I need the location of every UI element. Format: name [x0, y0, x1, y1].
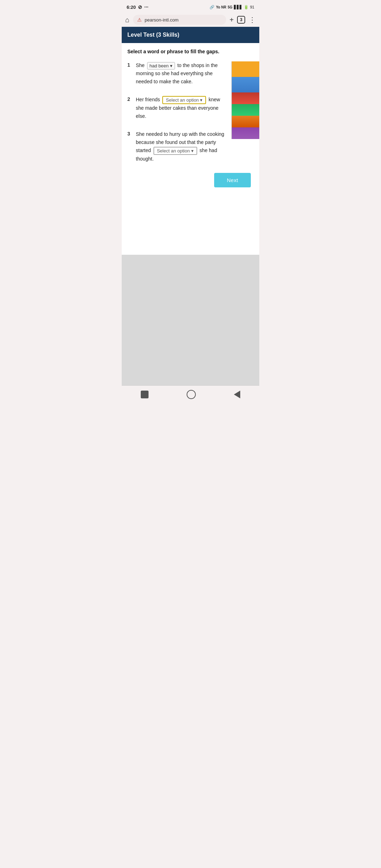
q1-dropdown[interactable]: had been ▾ has been was went [147, 62, 175, 70]
home-button[interactable]: ⌂ [125, 16, 129, 24]
q2-text-before: Her friends [136, 97, 161, 102]
time-display: 6:20 [127, 5, 136, 10]
questions-area: 1 She had been ▾ has been was went to th… [127, 61, 254, 163]
block-icon: ⊘ [138, 4, 142, 10]
browser-bar: ⌂ ⚠ pearson-intl.com + 3 ⋮ [122, 13, 259, 27]
warning-icon: ⚠ [137, 17, 142, 23]
q2-dropdown[interactable]: Select an option ▾ who which that whom [162, 96, 206, 104]
nav-bar [122, 385, 259, 403]
link-icon: 🔗 [210, 5, 214, 10]
next-button[interactable]: Next [214, 173, 251, 187]
grey-area [122, 255, 259, 385]
side-image [231, 61, 259, 139]
battery-level: 91 [250, 5, 254, 9]
battery-icon: 🔋 [244, 5, 249, 10]
url-bar[interactable]: ⚠ pearson-intl.com [133, 15, 226, 25]
q3-dropdown[interactable]: Select an option ▾ earlier than later th… [153, 147, 197, 155]
status-bar: 6:20 ⊘ ··· 🔗 Yo NR 5G ▋▋▋ 🔋 91 [122, 0, 259, 13]
next-button-container: Next [127, 173, 254, 187]
home-nav-button[interactable] [187, 390, 196, 399]
5g-icon: 5G [228, 5, 232, 9]
browser-actions: + 3 ⋮ [230, 16, 256, 24]
stop-button[interactable] [141, 391, 149, 398]
question-body-3: She needed to hurry up with the cooking … [136, 130, 229, 163]
tab-count-badge[interactable]: 3 [237, 16, 245, 24]
browser-menu-button[interactable]: ⋮ [249, 16, 256, 23]
page-header: Level Test (3 Skills) [122, 27, 259, 43]
question-number-2: 2 [127, 96, 136, 102]
back-button[interactable] [234, 391, 240, 398]
question-body-1: She had been ▾ has been was went to the … [136, 61, 229, 86]
content-area: Select a word or phrase to fill the gaps… [122, 43, 259, 255]
url-text: pearson-intl.com [145, 17, 222, 23]
question-body-2: Her friends Select an option ▾ who which… [136, 96, 229, 120]
signal-icon: ▋▋▋ [234, 5, 242, 10]
more-icon: ··· [144, 4, 149, 10]
add-tab-button[interactable]: + [230, 16, 234, 24]
q1-text-before: She [136, 62, 146, 68]
page-title: Level Test (3 Skills) [127, 32, 179, 38]
question-number-1: 1 [127, 62, 136, 68]
instruction-text: Select a word or phrase to fill the gaps… [127, 49, 254, 54]
yo-nr-badge: Yo NR [216, 5, 226, 9]
question-number-3: 3 [127, 131, 136, 137]
